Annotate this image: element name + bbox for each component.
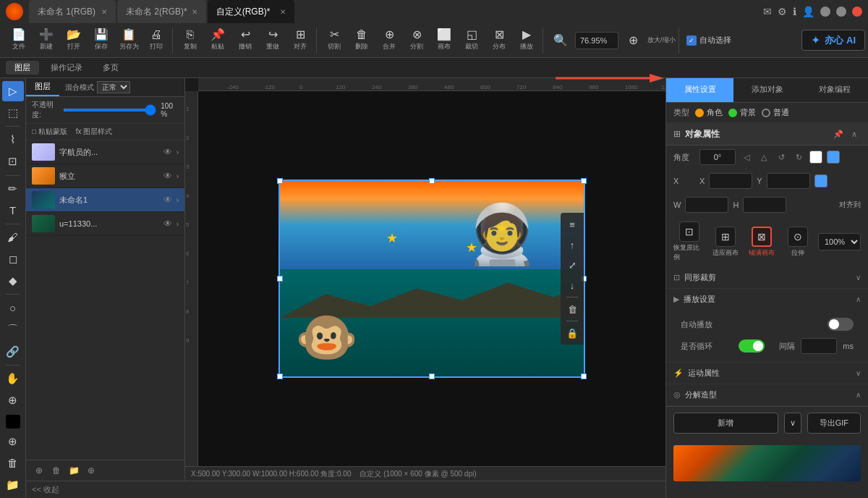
angle-flip-v[interactable]: △ bbox=[757, 151, 770, 164]
type-option-bg[interactable]: 背景 bbox=[728, 107, 756, 118]
type-option-role[interactable]: 角色 bbox=[695, 107, 723, 118]
marquee-tool[interactable]: ⬚ bbox=[2, 103, 24, 123]
zoom-in-btn[interactable]: ⊕ bbox=[620, 28, 646, 54]
merge-layer-btn[interactable]: ⊕ bbox=[84, 463, 98, 478]
handle-bottom-left[interactable] bbox=[277, 374, 283, 379]
pen-tool[interactable]: ✏ bbox=[2, 179, 24, 199]
motion-header[interactable]: ⚡ 运动属性 ∨ bbox=[666, 363, 868, 384]
rp-tab-object-code[interactable]: 对象编程 bbox=[801, 78, 868, 102]
float-delete-btn[interactable]: 🗑 bbox=[563, 300, 581, 318]
handle-top-left[interactable] bbox=[277, 178, 283, 184]
loop-toggle[interactable] bbox=[739, 339, 765, 353]
layer-item-3[interactable]: u=11330... 👁 › bbox=[26, 212, 184, 236]
handle-bottom-center[interactable] bbox=[429, 374, 435, 379]
select-tool[interactable]: ▷ bbox=[2, 81, 24, 101]
fill-tool[interactable]: ◆ bbox=[2, 271, 24, 291]
split-btn[interactable]: ⊗ 分割 bbox=[404, 28, 430, 54]
copy-btn[interactable]: ⎘ 复制 bbox=[177, 28, 203, 54]
h-input[interactable]: 600 bbox=[743, 197, 786, 213]
new-btn[interactable]: ➕ 新建 bbox=[33, 28, 59, 54]
canvas-image-container[interactable]: ★ ★ ★ 🧑‍🚀 🐵 bbox=[278, 180, 585, 378]
tab-3-close[interactable]: ✕ bbox=[280, 8, 286, 16]
info-icon[interactable]: ℹ bbox=[793, 6, 796, 17]
print-btn[interactable]: 🖨 打印 bbox=[143, 28, 169, 54]
delete-btn[interactable]: 🗑 删除 bbox=[349, 28, 375, 54]
tab-2[interactable]: 未命名 2(RGB)* ✕ bbox=[117, 0, 206, 23]
playback-btn[interactable]: ▶ 播放 bbox=[514, 28, 540, 54]
layer-visibility-0[interactable]: 👁 bbox=[163, 147, 172, 157]
x-input[interactable]: 500 bbox=[709, 173, 752, 189]
distribute-btn[interactable]: ⊠ 分布 bbox=[486, 28, 512, 54]
w-input[interactable]: 1000 bbox=[685, 197, 728, 213]
add-dropdown-btn[interactable]: ∨ bbox=[784, 413, 801, 434]
layers-tab-main[interactable]: 图层 bbox=[26, 78, 59, 96]
playback-header[interactable]: ▶ 播放设置 ∧ bbox=[666, 289, 868, 310]
user-icon[interactable]: 👤 bbox=[802, 6, 814, 17]
layer-expand-2[interactable]: › bbox=[176, 196, 179, 204]
ai-button[interactable]: ✦ 亦心 AI bbox=[801, 30, 865, 51]
add-layer-btn[interactable]: ⊕ bbox=[2, 431, 24, 452]
canvas-btn[interactable]: ⬜ 画布 bbox=[431, 28, 457, 54]
zoom-tool[interactable]: ⊕ bbox=[2, 390, 24, 410]
hand-tool[interactable]: ✋ bbox=[2, 368, 24, 389]
minimize-button[interactable] bbox=[820, 7, 830, 17]
fit-canvas-btn[interactable]: ⊞ 适应画布 bbox=[710, 227, 741, 258]
section-pin-btn[interactable]: 📌 bbox=[832, 127, 845, 140]
history-tab[interactable]: 操作记录 bbox=[42, 61, 91, 75]
merge-btn[interactable]: ⊕ 合并 bbox=[376, 28, 402, 54]
undo-btn[interactable]: ↩ 撤销 bbox=[232, 28, 258, 54]
crop-header[interactable]: ⊡ 同形裁剪 ∨ bbox=[666, 267, 868, 288]
export-gif-btn[interactable]: 导出GIF bbox=[807, 413, 861, 434]
crop-tool[interactable]: ⊡ bbox=[2, 151, 24, 172]
folder-btn[interactable]: 📁 bbox=[2, 475, 24, 495]
angle-rotate-l[interactable]: ↺ bbox=[775, 151, 788, 164]
eraser-tool[interactable]: ◻ bbox=[2, 249, 24, 269]
zoom-out-btn[interactable]: 🔍 bbox=[548, 28, 574, 54]
decompose-header[interactable]: ◎ 分解造型 ∧ bbox=[666, 384, 868, 405]
auto-select-checkbox[interactable]: ✓ bbox=[686, 35, 697, 46]
shape-tool[interactable]: ○ bbox=[2, 297, 24, 318]
color-swatch-white[interactable] bbox=[809, 151, 822, 164]
tab-1[interactable]: 未命名 1(RGB) ✕ bbox=[29, 0, 116, 23]
group-layer-btn[interactable]: 📁 bbox=[67, 463, 81, 478]
paint-tool[interactable]: 🖌 bbox=[2, 227, 24, 248]
lasso-tool[interactable]: ⌇ bbox=[2, 130, 24, 150]
float-stack-btn[interactable]: ≡ bbox=[563, 216, 581, 233]
percent-select[interactable]: 100% 75% 50% bbox=[818, 233, 861, 250]
rp-tab-add-object[interactable]: 添加对象 bbox=[733, 78, 801, 102]
interval-input[interactable]: 200 bbox=[801, 338, 837, 354]
text-tool[interactable]: T bbox=[2, 201, 24, 221]
float-move-btn[interactable]: ⤢ bbox=[563, 256, 581, 274]
align-btn[interactable]: ⊞ 对齐 bbox=[287, 28, 313, 54]
layer-expand-3[interactable]: › bbox=[176, 220, 179, 228]
rp-tab-properties[interactable]: 属性设置 bbox=[666, 78, 733, 102]
layers-tab[interactable]: 图层 bbox=[6, 61, 39, 75]
collapse-btn[interactable]: << 收起 bbox=[26, 481, 665, 498]
section-collapse-btn[interactable]: ∧ bbox=[848, 127, 861, 140]
save-as-btn[interactable]: 📋 另存为 bbox=[116, 28, 142, 54]
paste-btn[interactable]: 📌 粘贴 bbox=[205, 28, 231, 54]
layer-visibility-2[interactable]: 👁 bbox=[163, 195, 172, 205]
angle-rotate-r[interactable]: ↻ bbox=[792, 151, 805, 164]
layer-item-2[interactable]: 未命名1 👁 › bbox=[26, 188, 184, 212]
layer-item-1[interactable]: 猴立 👁 › bbox=[26, 164, 184, 188]
float-down-btn[interactable]: ↓ bbox=[563, 277, 581, 294]
tab-1-close[interactable]: ✕ bbox=[101, 8, 107, 16]
layer-visibility-1[interactable]: 👁 bbox=[163, 171, 172, 181]
layer-visibility-3[interactable]: 👁 bbox=[163, 219, 172, 229]
color-foreground[interactable] bbox=[6, 415, 20, 429]
mail-icon[interactable]: ✉ bbox=[763, 6, 772, 17]
angle-flip-h[interactable]: ◁ bbox=[740, 151, 753, 164]
angle-input[interactable]: 0° bbox=[699, 149, 736, 165]
tab-3[interactable]: 自定义(RGB)* ✕ bbox=[208, 0, 294, 23]
cut2-btn[interactable]: ◱ 裁切 bbox=[459, 28, 485, 54]
handle-top-right[interactable] bbox=[581, 178, 587, 184]
close-button[interactable] bbox=[852, 7, 862, 17]
save-btn[interactable]: 💾 保存 bbox=[88, 28, 114, 54]
handle-top-center[interactable] bbox=[429, 178, 435, 184]
add-layer-footer-btn[interactable]: ⊕ bbox=[32, 463, 46, 478]
fill-canvas-btn[interactable]: ⊠ 铺满画布 bbox=[746, 227, 778, 258]
handle-middle-left[interactable] bbox=[277, 276, 283, 282]
delete-layer-btn[interactable]: 🗑 bbox=[2, 453, 24, 473]
layer-expand-0[interactable]: › bbox=[176, 148, 179, 156]
